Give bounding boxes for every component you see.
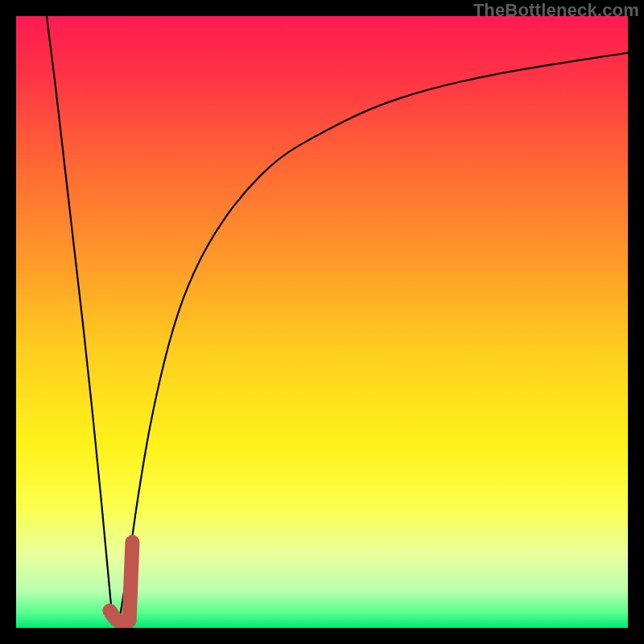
gradient-background — [16, 16, 628, 628]
plot-area — [16, 16, 628, 628]
outer-frame: TheBottleneck.com — [0, 0, 644, 644]
chart-svg — [16, 16, 628, 628]
